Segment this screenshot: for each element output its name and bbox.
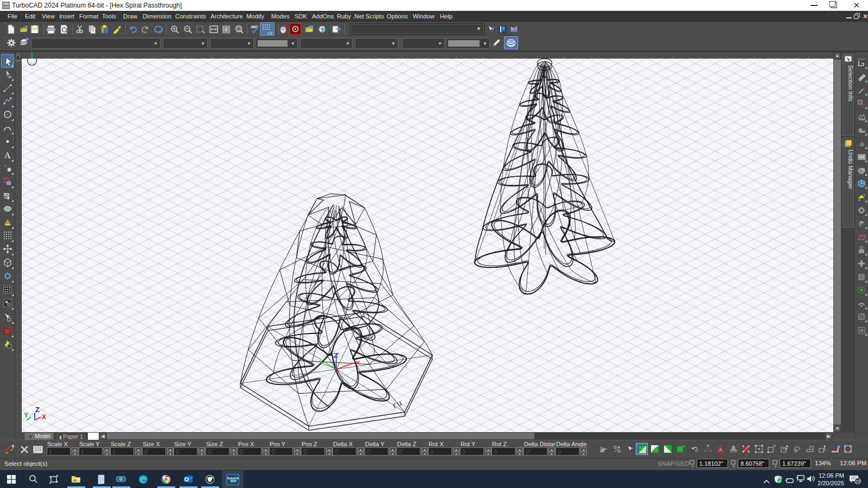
svg-text:20: 20 — [856, 479, 860, 484]
svg-text:z: z — [775, 464, 777, 468]
svg-text:Y: Y — [24, 412, 28, 419]
svg-text:Z: Z — [35, 406, 40, 414]
svg-text:×2: ×2 — [267, 31, 273, 36]
svg-text:A: A — [719, 447, 723, 452]
svg-text:3D: 3D — [3, 192, 10, 197]
svg-text:X: X — [42, 413, 46, 421]
svg-text:A: A — [4, 151, 11, 160]
svg-text:?: ? — [491, 26, 495, 33]
svg-text:CAD: CAD — [3, 5, 9, 9]
svg-text:x: x — [692, 464, 694, 468]
svg-text:y: y — [733, 464, 735, 468]
